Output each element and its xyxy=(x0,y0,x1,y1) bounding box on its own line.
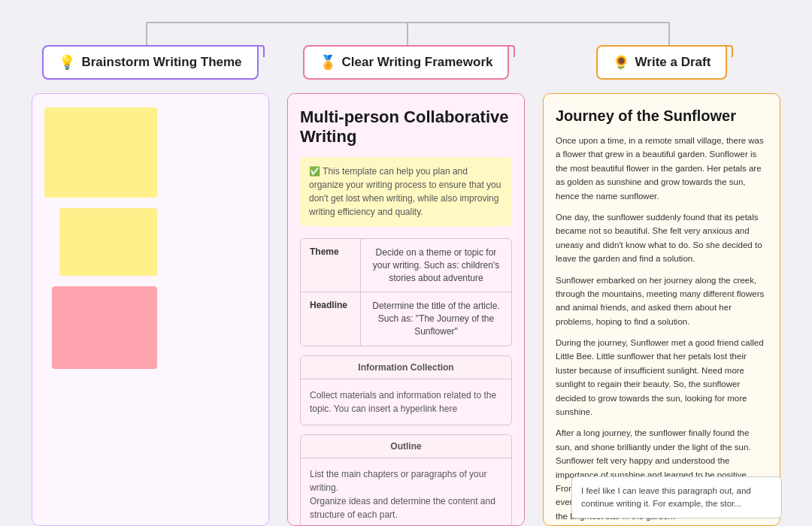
theme-label: Theme xyxy=(301,239,361,292)
bottom-floating-note[interactable]: I feel like I can leave this paragraph o… xyxy=(571,476,782,519)
framework-icon: 🏅 xyxy=(320,54,336,71)
card-brainstorm xyxy=(32,93,269,526)
theme-value: Decide on a theme or topic for your writ… xyxy=(361,239,511,292)
column-framework: 🏅 Clear Writing Framework Multi-person C… xyxy=(278,45,534,526)
header-brainstorm[interactable]: 💡 Brainstorm Writing Theme xyxy=(42,45,258,80)
sticky-yellow-large[interactable] xyxy=(44,107,157,198)
info-section-content: Collect materials and information relate… xyxy=(301,379,511,425)
header-framework[interactable]: 🏅 Clear Writing Framework xyxy=(303,45,510,80)
column-draft: 🌻 Write a Draft Journey of the Sunflower… xyxy=(534,45,789,526)
draft-para-4: During the journey, Sunflower met a good… xyxy=(556,336,768,419)
draft-para-1: Once upon a time, in a remote small vill… xyxy=(556,134,768,203)
outline-section-header: Outline xyxy=(301,435,511,458)
sticky-pink[interactable] xyxy=(52,286,157,369)
brainstorm-icon: 💡 xyxy=(59,54,75,71)
sticky-yellow-small[interactable] xyxy=(59,208,157,276)
headline-value: Determine the title of the article. Such… xyxy=(361,292,511,345)
header-brainstorm-label: Brainstorm Writing Theme xyxy=(81,55,241,70)
info-section: Information Collection Collect materials… xyxy=(300,355,512,425)
framework-note: ✅ This template can help you plan and or… xyxy=(300,157,512,226)
bottom-note-text: I feel like I can leave this paragraph o… xyxy=(581,486,751,508)
outline-section: Outline List the main chapters or paragr… xyxy=(300,434,512,526)
header-draft[interactable]: 🌻 Write a Draft xyxy=(596,45,728,80)
draft-title: Journey of the Sunflower xyxy=(556,107,768,125)
draft-para-2: One day, the sunflower suddenly found th… xyxy=(556,210,768,266)
framework-table: Theme Decide on a theme or topic for you… xyxy=(300,238,512,346)
framework-title: Multi-person Collaborative Writing xyxy=(300,107,512,147)
header-draft-label: Write a Draft xyxy=(635,55,711,70)
outline-section-content: List the main chapters or paragraphs of … xyxy=(301,458,511,526)
card-framework[interactable]: Multi-person Collaborative Writing ✅ Thi… xyxy=(287,93,525,526)
table-row-headline: Headline Determine the title of the arti… xyxy=(301,292,511,345)
column-brainstorm: 💡 Brainstorm Writing Theme xyxy=(23,45,278,526)
draft-para-3: Sunflower embarked on her journey along … xyxy=(556,274,768,329)
draft-icon: 🌻 xyxy=(613,54,629,71)
headline-label: Headline xyxy=(301,292,361,345)
header-framework-label: Clear Writing Framework xyxy=(342,55,493,70)
info-section-header: Information Collection xyxy=(301,356,511,379)
table-row-theme: Theme Decide on a theme or topic for you… xyxy=(301,239,511,292)
card-draft[interactable]: Journey of the Sunflower Once upon a tim… xyxy=(543,93,780,526)
